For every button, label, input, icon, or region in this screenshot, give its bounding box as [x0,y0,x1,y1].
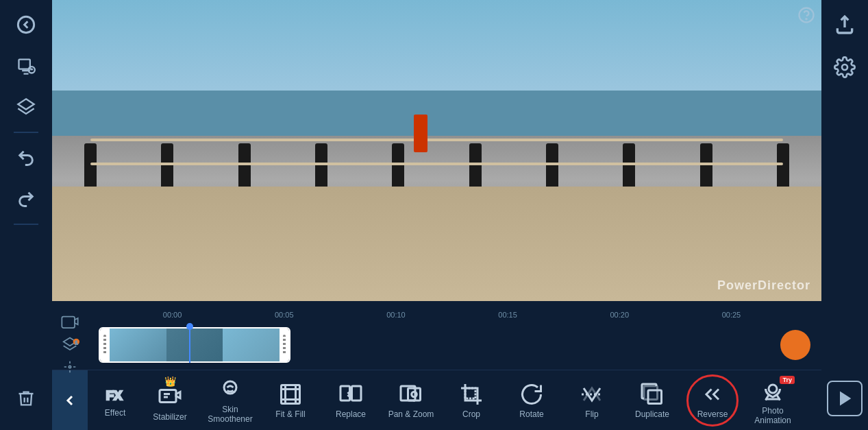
toolbar-item-flip[interactable]: Flip [562,370,622,431]
crown-badge: 👑 [164,376,176,387]
track-layer-icon[interactable]: 1 [58,335,82,355]
person-figure [414,115,427,152]
ruler-mark-2: 00:10 [340,311,451,319]
toolbar-item-photo-animation[interactable]: Try PhotoAnimation [743,370,803,431]
strip-thumbnail-2 [166,329,223,361]
svg-rect-21 [465,388,475,398]
strip-right-handle[interactable] [280,329,289,361]
video-strip[interactable] [99,327,290,363]
svg-text:1: 1 [75,340,77,345]
toolbar-item-flip-label: Flip [585,409,598,419]
ruler-marks: 00:00 00:05 00:10 00:15 00:20 00:25 [116,311,787,319]
sidebar-divider-1 [14,132,38,133]
end-marker [780,330,810,360]
svg-rect-23 [648,390,662,404]
toolbar-item-fit-fill-label: Fit & Fill [275,409,305,419]
toolbar-item-rotate[interactable]: Rotate [501,370,562,431]
ruler-mark-1: 00:05 [228,311,340,319]
strip-left-handle[interactable] [100,329,110,361]
svg-text:FX: FX [106,388,123,403]
toolbar-item-reverse-label: Reverse [697,409,728,419]
toolbar-item-pan-zoom[interactable]: Pan & Zoom [381,370,441,431]
bottom-toolbar: FX Effect 👑 Stabilizer [52,370,821,430]
preview-help-icon[interactable] [797,5,816,27]
video-preview: PowerDirector [52,0,821,301]
track-video-icon[interactable] [58,313,82,333]
strip-thumbnail-1 [110,329,166,361]
toolbar-item-replace[interactable]: Replace [321,370,381,431]
back-button[interactable] [8,7,44,43]
toolbar-back-button[interactable] [52,370,88,431]
toolbar-item-fx[interactable]: FX Effect [90,370,140,431]
sidebar-divider-2 [14,224,38,225]
svg-point-5 [806,19,806,19]
svg-point-25 [769,385,777,393]
toolbar-item-stabilizer[interactable]: 👑 Stabilizer [140,370,200,431]
toolbar-item-crop[interactable]: Crop [441,370,501,431]
svg-rect-14 [282,385,300,403]
timeline-area: 00:00 00:05 00:10 00:15 00:20 00:25 [52,301,821,370]
video-frame: PowerDirector [52,0,821,301]
svg-point-26 [842,64,847,70]
track-controls: 1 [58,313,82,377]
toolbar-item-fx-label: Effect [105,408,125,418]
media-library-button[interactable] [8,48,44,84]
playhead[interactable] [189,327,190,363]
watermark: PowerDirector [717,278,810,293]
svg-marker-27 [840,392,851,406]
layers-button[interactable] [8,89,44,125]
ruler-mark-5: 00:25 [675,311,787,319]
share-button[interactable] [827,7,863,43]
ruler-mark-3: 00:15 [452,311,564,319]
svg-point-0 [18,16,34,32]
svg-rect-24 [644,386,658,400]
svg-point-10 [69,366,71,368]
play-button[interactable] [827,381,863,416]
timeline-scroll-area[interactable] [88,327,816,363]
timeline-track: 1 [52,323,821,367]
toolbar-item-stabilizer-label: Stabilizer [153,412,186,422]
toolbar-item-reverse[interactable]: Reverse [682,370,743,431]
svg-rect-15 [286,389,296,399]
toolbar-item-skin-smoothener-label: SkinSmoothener [208,405,252,424]
toolbar-item-photo-animation-label: PhotoAnimation [754,406,791,425]
toolbar-item-replace-label: Replace [336,409,366,419]
main-area: PowerDirector 00:00 00:05 00:10 00:15 00… [52,0,821,430]
strip-thumbnail-3 [223,329,280,361]
right-sidebar [821,0,868,430]
svg-marker-3 [18,99,34,109]
ruler-mark-0: 00:00 [116,311,228,319]
svg-rect-6 [62,317,75,328]
undo-button[interactable] [8,140,44,176]
try-badge: Try [780,376,795,384]
timeline-ruler: 00:00 00:05 00:10 00:15 00:20 00:25 [52,307,821,323]
left-sidebar [0,0,52,430]
track-extra-icon[interactable] [58,357,82,377]
toolbar-item-pan-zoom-label: Pan & Zoom [388,409,434,419]
toolbar-item-crop-label: Crop [462,409,480,419]
toolbar-item-duplicate-label: Duplicate [635,409,669,419]
settings-button[interactable] [827,49,863,85]
toolbar-item-skin-smoothener[interactable]: SkinSmoothener [200,370,260,431]
ruler-mark-4: 00:20 [564,311,675,319]
redo-button[interactable] [8,181,44,217]
fence-rope-top [90,139,783,141]
scene-ground [52,187,821,301]
toolbar-item-rotate-label: Rotate [519,409,543,419]
scene-sky [52,0,821,106]
fence-rope-mid [90,163,783,165]
toolbar-item-duplicate[interactable]: Duplicate [622,370,682,431]
delete-button[interactable] [8,381,44,416]
toolbar-item-fit-fill[interactable]: Fit & Fill [260,370,321,431]
toolbar-items: FX Effect 👑 Stabilizer [88,370,821,431]
svg-rect-17 [352,386,362,401]
